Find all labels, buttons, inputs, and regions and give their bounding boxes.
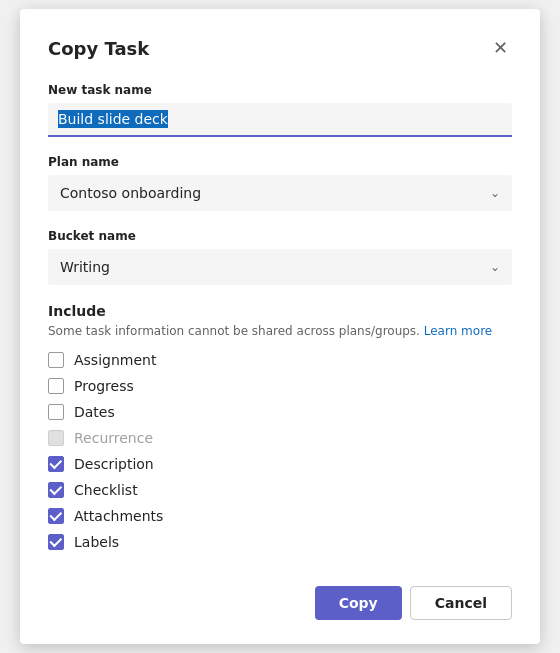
learn-more-link[interactable]: Learn more (424, 324, 492, 338)
copy-task-dialog: Copy Task ✕ New task name Build slide de… (20, 9, 540, 644)
copy-button[interactable]: Copy (315, 586, 402, 620)
include-note: Some task information cannot be shared a… (48, 323, 512, 340)
checkbox-label-assignment: Assignment (74, 352, 156, 368)
checkbox-assignment[interactable] (48, 352, 64, 368)
checkbox-item-assignment: Assignment (48, 352, 512, 368)
checkbox-labels[interactable] (48, 534, 64, 550)
task-name-label: New task name (48, 83, 512, 97)
task-name-selected-text[interactable]: Build slide deck (58, 110, 168, 128)
checkbox-label-dates: Dates (74, 404, 115, 420)
task-name-field-group: New task name Build slide deck (48, 83, 512, 137)
checkbox-label-recurrence: Recurrence (74, 430, 153, 446)
checkbox-dates[interactable] (48, 404, 64, 420)
checkbox-item-attachments: Attachments (48, 508, 512, 524)
dialog-title: Copy Task (48, 38, 149, 59)
dialog-header: Copy Task ✕ (48, 33, 512, 63)
plan-name-label: Plan name (48, 155, 512, 169)
bucket-name-field-group: Bucket name Writing Other Bucket ⌄ (48, 229, 512, 285)
checkbox-item-progress: Progress (48, 378, 512, 394)
task-name-input-wrapper: Build slide deck (48, 103, 512, 137)
checkbox-checklist[interactable] (48, 482, 64, 498)
bucket-name-select-wrapper: Writing Other Bucket ⌄ (48, 249, 512, 285)
include-section: Include Some task information cannot be … (48, 303, 512, 550)
plan-name-field-group: Plan name Contoso onboarding Other Plan … (48, 155, 512, 211)
checkbox-item-checklist: Checklist (48, 482, 512, 498)
plan-name-select-wrapper: Contoso onboarding Other Plan ⌄ (48, 175, 512, 211)
checkbox-attachments[interactable] (48, 508, 64, 524)
checkbox-progress[interactable] (48, 378, 64, 394)
checkbox-item-description: Description (48, 456, 512, 472)
checkbox-list: Assignment Progress Dates Recurrence Des… (48, 352, 512, 550)
plan-name-select[interactable]: Contoso onboarding Other Plan (48, 175, 512, 211)
checkbox-label-description: Description (74, 456, 154, 472)
checkbox-label-attachments: Attachments (74, 508, 163, 524)
checkbox-recurrence (48, 430, 64, 446)
cancel-button[interactable]: Cancel (410, 586, 512, 620)
checkbox-item-dates: Dates (48, 404, 512, 420)
close-button[interactable]: ✕ (489, 33, 512, 63)
close-icon: ✕ (493, 37, 508, 59)
checkbox-description[interactable] (48, 456, 64, 472)
include-label: Include (48, 303, 512, 319)
bucket-name-label: Bucket name (48, 229, 512, 243)
checkbox-label-checklist: Checklist (74, 482, 138, 498)
include-note-text: Some task information cannot be shared a… (48, 324, 420, 338)
bucket-name-select[interactable]: Writing Other Bucket (48, 249, 512, 285)
checkbox-label-progress: Progress (74, 378, 134, 394)
checkbox-label-labels: Labels (74, 534, 119, 550)
checkbox-item-labels: Labels (48, 534, 512, 550)
dialog-footer: Copy Cancel (48, 578, 512, 620)
checkbox-item-recurrence: Recurrence (48, 430, 512, 446)
